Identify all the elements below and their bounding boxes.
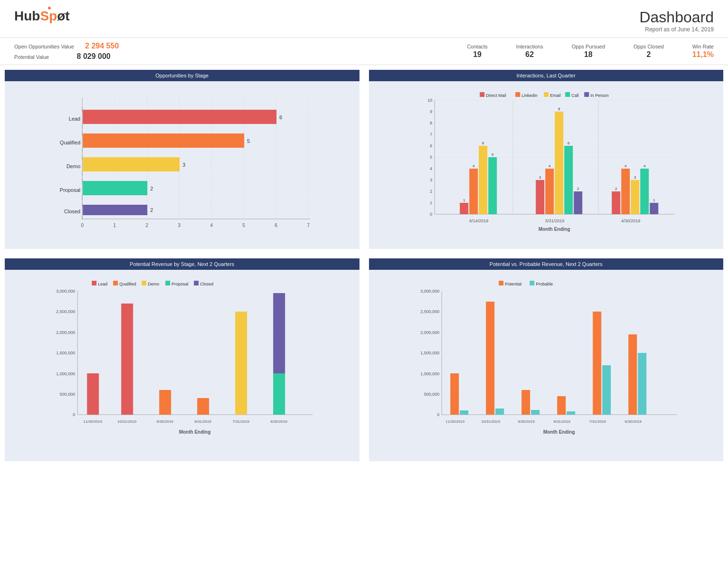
logo: HubSpøt <box>14 9 70 24</box>
svg-text:9: 9 <box>430 109 432 114</box>
chart4-body: Potential Probable 0 500,000 1,000,000 1… <box>369 270 724 461</box>
chart-interactions: Interactions, Last Quarter Direct Mail L… <box>369 70 724 249</box>
svg-rect-90 <box>564 146 573 214</box>
svg-text:2: 2 <box>150 186 153 191</box>
svg-rect-77 <box>469 169 478 214</box>
svg-text:Direct Mail: Direct Mail <box>486 93 506 98</box>
svg-rect-75 <box>460 203 468 214</box>
charts-bottom-row: Potential Revenue by Stage, Next 2 Quart… <box>0 254 728 466</box>
chart-potential-vs-probable: Potential vs. Probable Revenue, Next 2 Q… <box>369 258 724 461</box>
open-opp-row: Open Opportunities Value 2 294 550 <box>14 42 467 50</box>
contacts-label: Contacts <box>467 44 487 49</box>
chart-potential-revenue: Potential Revenue by Stage, Next 2 Quart… <box>5 258 359 461</box>
svg-text:3: 3 <box>634 175 636 180</box>
svg-text:6: 6 <box>567 141 570 145</box>
svg-rect-168 <box>460 410 468 415</box>
svg-text:4/30/2019: 4/30/2019 <box>621 218 640 223</box>
svg-text:5/31/2019: 5/31/2019 <box>545 218 564 223</box>
svg-text:2,500,000: 2,500,000 <box>420 309 439 314</box>
open-opp-value: 2 294 550 <box>85 42 119 50</box>
svg-rect-148 <box>499 281 503 285</box>
svg-text:Month Ending: Month Ending <box>538 227 570 232</box>
svg-text:4: 4 <box>210 223 213 228</box>
svg-text:4: 4 <box>548 164 551 168</box>
potential-label: Potential Value <box>14 54 49 60</box>
svg-rect-180 <box>602 365 611 415</box>
svg-text:2: 2 <box>577 187 579 191</box>
svg-rect-113 <box>142 281 146 285</box>
svg-text:500,000: 500,000 <box>60 392 76 397</box>
potential-value: 8 029 000 <box>77 52 111 60</box>
kpi-right: Contacts 19 Interactions 62 Opps Pursued… <box>467 44 714 59</box>
svg-text:6: 6 <box>279 114 282 120</box>
svg-text:6/30/2019: 6/30/2019 <box>624 419 642 424</box>
svg-text:1,500,000: 1,500,000 <box>420 351 439 355</box>
svg-text:11/30/2019: 11/30/2019 <box>445 419 465 424</box>
svg-rect-134 <box>87 373 99 415</box>
svg-text:1,500,000: 1,500,000 <box>56 351 75 355</box>
svg-text:4: 4 <box>430 166 432 171</box>
chart1-body: 0 1 2 3 4 5 6 7 Lead 6 Qualified <box>5 81 359 249</box>
chart2-body: Direct Mail Linkedin Email Call In Perso… <box>369 81 724 249</box>
opps-closed-value: 2 <box>633 50 664 59</box>
svg-text:2: 2 <box>145 223 148 228</box>
svg-rect-79 <box>479 146 487 214</box>
dashboard-title: Dashboard Report as of June 14, 2019 <box>639 9 714 33</box>
chart4-title: Potential vs. Probable Revenue, Next 2 Q… <box>369 258 724 270</box>
potential-row: Potential Value 8 029 000 <box>14 52 467 61</box>
svg-rect-167 <box>450 373 459 415</box>
svg-text:Closed: Closed <box>64 209 80 214</box>
svg-rect-109 <box>92 281 96 285</box>
svg-rect-42 <box>480 92 484 97</box>
svg-rect-145 <box>273 293 285 373</box>
svg-text:6/14/2019: 6/14/2019 <box>469 218 488 223</box>
svg-text:1: 1 <box>430 200 432 205</box>
svg-text:2,500,000: 2,500,000 <box>56 309 75 314</box>
svg-text:5: 5 <box>430 155 432 160</box>
svg-rect-171 <box>495 408 504 415</box>
svg-rect-97 <box>621 169 630 214</box>
svg-text:1: 1 <box>463 198 465 202</box>
svg-text:3,000,000: 3,000,000 <box>420 289 439 294</box>
svg-text:7/31/2019: 7/31/2019 <box>589 419 606 424</box>
svg-text:2: 2 <box>430 189 432 194</box>
page-title: Dashboard <box>639 9 714 26</box>
svg-rect-81 <box>488 157 497 214</box>
svg-text:8/31/2019: 8/31/2019 <box>553 419 570 424</box>
opps-closed-kpi: Opps Closed 2 <box>633 44 664 59</box>
svg-text:2: 2 <box>150 207 153 213</box>
svg-rect-142 <box>235 312 247 415</box>
svg-text:6: 6 <box>482 141 484 145</box>
svg-text:4: 4 <box>643 164 646 168</box>
svg-text:Lead: Lead <box>69 116 80 122</box>
svg-text:3: 3 <box>182 162 185 168</box>
svg-rect-144 <box>273 373 285 415</box>
chart4-svg: Potential Probable 0 500,000 1,000,000 1… <box>376 277 717 453</box>
svg-rect-38 <box>83 205 147 215</box>
report-date: Report as of June 14, 2019 <box>639 26 714 33</box>
opps-closed-label: Opps Closed <box>633 44 664 49</box>
chart2-svg: Direct Mail Linkedin Email Call In Perso… <box>376 88 717 240</box>
svg-rect-170 <box>486 302 494 415</box>
svg-rect-174 <box>531 410 539 415</box>
svg-text:5: 5 <box>242 223 245 228</box>
svg-rect-182 <box>628 334 637 415</box>
interactions-value: 62 <box>516 50 543 59</box>
svg-text:Proposal: Proposal <box>171 282 189 286</box>
contacts-kpi: Contacts 19 <box>467 44 487 59</box>
svg-text:1,000,000: 1,000,000 <box>420 371 439 376</box>
svg-text:Month Ending: Month Ending <box>543 429 575 435</box>
svg-rect-176 <box>557 396 566 415</box>
svg-rect-84 <box>536 180 544 214</box>
svg-rect-177 <box>567 411 575 415</box>
svg-text:500,000: 500,000 <box>424 392 439 397</box>
svg-text:6: 6 <box>274 223 277 228</box>
svg-text:0: 0 <box>430 212 432 217</box>
kpi-row: Open Opportunities Value 2 294 550 Poten… <box>0 38 728 65</box>
svg-rect-92 <box>574 191 582 214</box>
svg-rect-136 <box>121 304 133 415</box>
svg-text:Proposal: Proposal <box>60 187 80 193</box>
chart1-svg: 0 1 2 3 4 5 6 7 Lead 6 Qualified <box>12 88 352 240</box>
svg-rect-28 <box>83 157 180 171</box>
opps-pursued-value: 18 <box>572 50 605 59</box>
